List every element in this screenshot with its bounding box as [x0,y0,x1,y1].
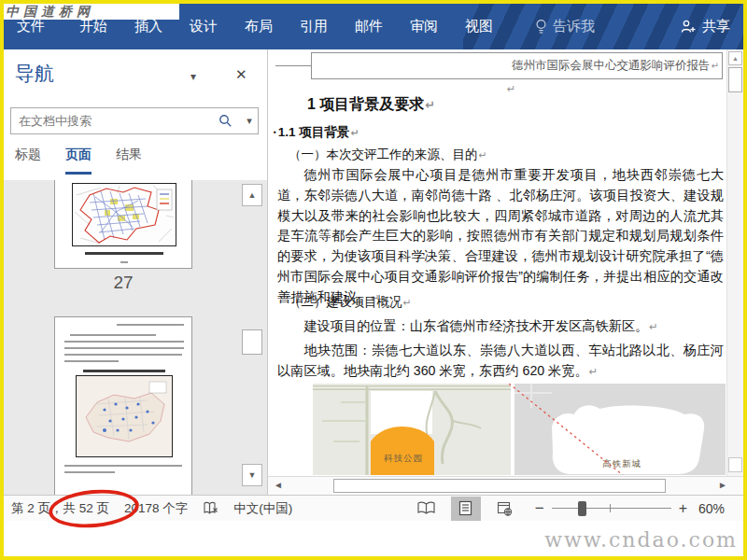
bottom-strip: www.cndao.com [4,521,743,556]
doc-figure-maps: 科技公园 高铁新城 [313,384,726,475]
ribbon-tab-design[interactable]: 设计 [190,18,218,35]
page-header: 德州市国际会展中心交通影响评价报告↵ [311,52,723,79]
doc-subheading-2: （二）建设项目概况↵ [289,294,412,311]
page-thumbnails-panel: 27 [4,180,267,495]
scroll-down-icon[interactable]: ▼ [242,464,262,486]
share-button[interactable]: 共享 [681,4,730,49]
map-label-science-park: 科技公园 [384,453,423,465]
heading-bullet: ▪ [274,128,276,136]
share-person-icon [681,19,697,35]
navigation-tabs: 标题 页面 结果 [15,147,142,175]
paragraph-mark: ↵ [507,83,515,95]
ribbon-tab-home[interactable]: 开始 [79,18,107,35]
map-label-hsr-newtown: 高铁新城 [602,458,641,470]
vertical-scrollbar: ▲ [726,49,743,476]
doc-paragraph-2: 建设项目的位置：山东省德州市经济技术开发区高铁新区。↵ [277,317,724,335]
lightbulb-icon [535,19,547,35]
web-layout-button[interactable] [490,497,520,521]
navigation-search-box: ▾ [10,107,259,134]
search-icon[interactable] [218,114,241,128]
navigation-pane-title: 导航 [15,61,54,87]
thumbnails-scrollbar: ▲ ▼ [242,180,262,495]
ribbon-tab-insert[interactable]: 插入 [134,18,162,35]
doc-paragraph-1: 德州市国际会展中心项目是德州市重要开发项目，地块西邻崇德七大道，东邻崇德八大道，… [277,165,724,309]
doc-heading-1: 1 项目背景及要求↵ [307,95,435,115]
search-input[interactable] [11,114,218,128]
doc-heading-1-1: ▪1.1 项目背景↵ [274,124,359,141]
ribbon-tab-view[interactable]: 视图 [465,18,493,35]
horizontal-scrollbar: ◄ ► [268,476,743,495]
scroll-right-icon[interactable]: ► [714,478,731,494]
ribbon-tab-mailings[interactable]: 邮件 [355,18,383,35]
read-mode-button[interactable] [412,497,442,521]
zoom-slider-thumb[interactable] [578,501,586,516]
page-number-indicator[interactable]: 第 2 页，共 52 页 [11,500,109,517]
watermark-top-left: 中国道桥网 [4,4,179,20]
scroll-up-icon[interactable]: ▲ [242,184,262,206]
word-window: 文件 开始 插入 设计 布局 引用 邮件 审阅 视图 告诉我 [0,0,747,560]
ribbon-tab-review[interactable]: 审阅 [410,18,438,35]
ribbon-tab-file[interactable]: 文件 [17,18,45,35]
zoom-out-button[interactable]: − [535,499,544,518]
page-thumbnail-27[interactable] [54,180,192,269]
document-canvas[interactable]: 德州市国际会展中心交通影响评价报告↵ ↵ 1 项目背景及要求↵ ▪1.1 项目背… [268,49,743,495]
zoom-slider-center-tick [610,504,611,512]
zoom-in-button[interactable]: + [679,500,687,517]
share-label: 共享 [702,18,730,35]
language-indicator[interactable]: 中文(中国) [233,500,292,517]
page-thumbnail-28[interactable] [54,316,192,495]
thumbnails-scrollbar-thumb[interactable] [242,329,262,355]
nav-tab-pages[interactable]: 页面 [65,147,92,175]
map-image-science-park: 科技公园 [313,384,511,475]
nav-tab-results[interactable]: 结果 [116,147,142,175]
ribbon-tab-layout[interactable]: 布局 [245,18,273,35]
page-thumbnail-27-label: 27 [54,273,192,293]
watermark-bottom-right: www.cndao.com [544,528,738,552]
map-image-hsr-newtown: 高铁新城 [514,384,726,475]
doc-subheading-1: （一）本次交评工作的来源、目的↵ [289,147,487,163]
proofing-status-icon[interactable] [203,501,218,515]
thumbnail-map-image [72,183,176,246]
scrollbar-bottom-button[interactable] [728,457,742,472]
nav-tab-headings[interactable]: 标题 [15,147,41,175]
word-count-indicator[interactable]: 20178 个字 [124,500,188,517]
vertical-scrollbar-thumb[interactable] [728,67,742,92]
horizontal-scrollbar-thumb[interactable] [333,479,666,493]
page-header-rule [275,65,311,66]
thumbnail-caption-smudge [85,252,163,255]
tell-me-box[interactable]: 告诉我 [535,18,595,35]
scroll-left-icon[interactable]: ◄ [270,478,287,494]
search-dropdown-icon[interactable]: ▾ [241,115,258,127]
navigation-pane: 导航 ▾ ✕ ▾ 标题 页面 结果 [4,49,268,495]
navigation-close-icon[interactable]: ✕ [235,66,247,83]
ribbon-tab-references[interactable]: 引用 [300,18,328,35]
zoom-slider-track [552,508,671,509]
thumbnail-map-image [76,375,173,457]
navigation-options-dropdown-icon[interactable]: ▾ [190,70,196,83]
thumbnail-pagenum-smudge [120,261,128,263]
tell-me-label: 告诉我 [553,18,595,35]
status-bar: 第 2 页，共 52 页 20178 个字 中文(中国) [4,495,743,521]
zoom-slider[interactable] [552,500,671,517]
doc-paragraph-3: 地块范围：崇德七大道以东、崇德八大道以西、车站北路以北、杨庄河以南区域。地块南北… [277,340,724,382]
scroll-up-icon[interactable]: ▲ [728,51,742,65]
paragraph-mark: ↵ [712,61,719,71]
zoom-level-indicator[interactable]: 60% [698,501,736,516]
print-layout-button[interactable] [451,497,481,521]
